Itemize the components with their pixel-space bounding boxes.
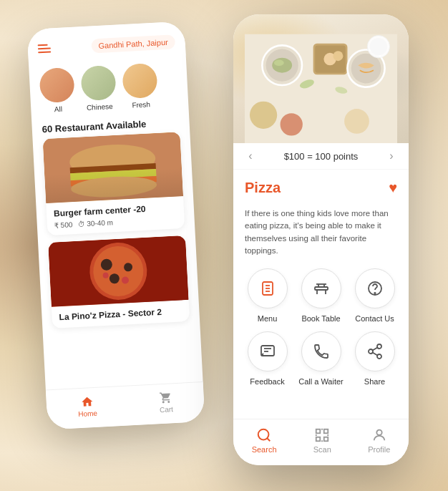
points-text: $100 = 100 points [284, 151, 359, 162]
svg-point-22 [333, 51, 343, 61]
svg-point-49 [377, 354, 381, 359]
svg-point-28 [281, 113, 303, 135]
search-nav-icon [256, 427, 272, 443]
svg-point-29 [344, 109, 369, 134]
category-all-img [39, 67, 74, 103]
svg-line-51 [372, 348, 377, 351]
location-pill[interactable]: Gandhi Path, Jaipur [91, 34, 175, 53]
action-menu: Menu [245, 268, 290, 323]
burger-time: ⏱ 30-40 m [78, 218, 113, 228]
pizza-svg [48, 235, 188, 307]
phone-front: ‹ $100 = 100 points › Pizza ♥ If there i… [233, 14, 409, 465]
search-nav-icon-wrap [255, 427, 273, 444]
svg-point-17 [272, 58, 292, 73]
share-label: Share [364, 377, 385, 386]
categories-row: All Chinese Fresh [29, 56, 189, 120]
svg-point-43 [374, 293, 375, 293]
cart-icon [159, 391, 172, 404]
svg-point-26 [370, 38, 387, 55]
book-table-button[interactable] [301, 268, 341, 308]
call-waiter-icon [313, 343, 330, 360]
svg-point-48 [369, 349, 373, 354]
category-chinese-img [80, 65, 116, 101]
nav-cart[interactable]: Cart [159, 391, 174, 414]
prev-chevron[interactable]: ‹ [245, 150, 256, 162]
burger-svg [43, 132, 183, 203]
pizza-name: La Pino'z Pizza - Sector 2 [59, 306, 182, 322]
category-fresh[interactable]: Fresh [122, 63, 158, 110]
svg-point-27 [250, 102, 277, 129]
points-banner: ‹ $100 = 100 points › [233, 143, 409, 170]
favorite-icon[interactable]: ♥ [389, 180, 397, 196]
menu-label: Menu [258, 314, 278, 323]
profile-nav-icon [371, 427, 387, 443]
category-all[interactable]: All [39, 67, 75, 114]
back-bottom-nav: Home Cart [46, 381, 205, 429]
nav-scan[interactable]: Scan [313, 427, 331, 454]
pizza-section-title: Pizza [245, 180, 281, 196]
burger-price: ₹ 500 [54, 220, 73, 229]
category-all-label: All [54, 105, 63, 114]
food-hero-inner [233, 14, 409, 143]
food-hero-image [233, 14, 409, 143]
action-share: Share [352, 331, 397, 386]
category-chinese-label: Chinese [87, 102, 113, 112]
search-nav-label: Search [252, 445, 277, 454]
svg-point-62 [376, 430, 381, 435]
svg-rect-57 [324, 437, 328, 442]
share-icon [366, 343, 384, 360]
feedback-button[interactable] [248, 331, 288, 371]
phone-back: Gandhi Path, Jaipur All Chinese Fresh 60… [26, 21, 205, 430]
front-content: Pizza ♥ If there is one thing kids love … [233, 170, 409, 396]
svg-rect-4 [71, 176, 157, 186]
svg-rect-56 [316, 437, 321, 442]
svg-point-5 [71, 175, 157, 199]
cart-label: Cart [160, 405, 173, 414]
category-chinese[interactable]: Chinese [80, 65, 117, 112]
action-book-table: Book Table [298, 268, 344, 323]
feedback-label: Feedback [250, 377, 284, 386]
hamburger-icon[interactable] [38, 44, 52, 53]
action-feedback: Feedback [245, 331, 290, 386]
home-label: Home [78, 409, 97, 418]
nav-profile[interactable]: Profile [368, 427, 390, 454]
next-chevron[interactable]: › [386, 150, 397, 162]
contact-icon [366, 280, 384, 297]
menu-icon [259, 280, 276, 297]
restaurant-card-pizza[interactable]: La Pino'z Pizza - Sector 2 [48, 235, 190, 329]
scan-nav-label: Scan [313, 445, 331, 454]
contact-label: Contact Us [355, 314, 394, 323]
svg-point-47 [377, 344, 381, 349]
category-fresh-label: Fresh [132, 100, 150, 109]
menu-button[interactable] [248, 268, 288, 308]
pizza-image [48, 235, 188, 307]
call-waiter-button[interactable] [301, 331, 341, 371]
svg-point-52 [258, 429, 269, 440]
scan-nav-icon [314, 427, 330, 443]
nav-home[interactable]: Home [77, 395, 97, 418]
restaurant-card-burger[interactable]: Burger farm center -20 ₹ 500 ⏱ 30-40 m [43, 132, 185, 235]
phones-container: Gandhi Path, Jaipur All Chinese Fresh 60… [0, 0, 448, 491]
book-table-icon [313, 280, 330, 297]
svg-rect-55 [324, 429, 328, 434]
profile-nav-icon-wrap [371, 427, 388, 444]
feedback-icon [259, 343, 276, 360]
svg-rect-54 [316, 429, 321, 434]
actions-grid: Menu Book Table [245, 268, 397, 386]
home-icon [80, 395, 94, 409]
category-fresh-img [122, 63, 157, 99]
share-button[interactable] [355, 331, 395, 371]
burger-image [43, 132, 183, 203]
pizza-description: If there is one thing kids love more tha… [245, 208, 397, 257]
svg-line-50 [372, 353, 377, 356]
svg-point-18 [274, 59, 284, 66]
profile-nav-label: Profile [368, 445, 390, 454]
scan-nav-icon-wrap [313, 427, 331, 444]
action-contact: Contact Us [352, 268, 397, 323]
nav-search[interactable]: Search [252, 427, 277, 454]
contact-button[interactable] [355, 268, 395, 308]
action-call-waiter: Call a Waiter [298, 331, 344, 386]
call-waiter-label: Call a Waiter [298, 377, 344, 386]
svg-line-53 [267, 438, 270, 441]
front-bottom-nav: Search Scan [233, 419, 409, 465]
